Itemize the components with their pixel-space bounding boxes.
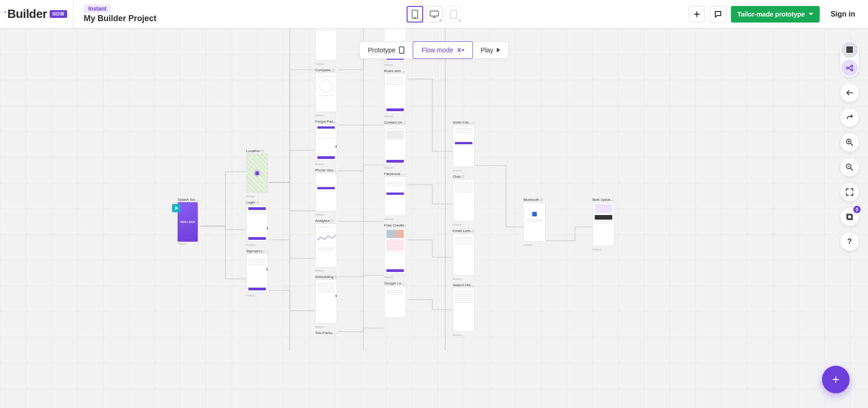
gear-icon[interactable]	[256, 201, 259, 204]
gear-icon[interactable]	[540, 198, 543, 201]
svg-line-16	[848, 66, 851, 68]
plus-icon	[693, 11, 701, 18]
prototype-label: Prototype	[368, 46, 396, 54]
flow-node-invite[interactable]: Invite Frie… Hotspots	[453, 120, 477, 172]
gear-icon[interactable]	[331, 220, 333, 222]
gear-icon[interactable]	[337, 332, 337, 334]
dropdown-indicator-icon	[419, 18, 421, 21]
flow-node-google[interactable]: Google Lo…	[384, 281, 408, 318]
grid-view-button[interactable]	[841, 41, 858, 58]
flow-node-emaillists[interactable]: Email Lists Hotspots	[453, 229, 477, 280]
hotspots-label: Hotspots	[384, 63, 408, 66]
screen-thumb-login[interactable]	[246, 205, 268, 242]
screen-thumb-contact[interactable]	[384, 125, 406, 164]
gear-icon[interactable]	[403, 121, 406, 124]
device-tablet-button[interactable]	[445, 6, 462, 23]
flow-node-bulkupload[interactable]: Bulk Uploa… Hotspots	[592, 197, 616, 251]
screen-thumb-emaillists[interactable]	[453, 233, 475, 276]
flow-node-login[interactable]: Login Hotspots	[246, 200, 270, 246]
view-mode-prototype[interactable]: Prototype	[360, 42, 414, 58]
screen-thumb-invite[interactable]	[453, 125, 475, 167]
screen-thumb-bulkupload[interactable]	[592, 202, 615, 246]
undo-button[interactable]	[840, 108, 859, 127]
back-button[interactable]	[840, 84, 859, 102]
screen-thumb-analytics[interactable]	[315, 223, 337, 267]
svg-rect-8	[400, 47, 404, 53]
hotspots-label: Hotspots	[453, 223, 477, 226]
flow-view-button[interactable]	[841, 60, 858, 76]
gear-icon[interactable]	[261, 150, 264, 153]
flow-node-twofactor[interactable]: Two-Facto…	[315, 331, 339, 335]
screen-thumb-splash[interactable]: SMALL SHOP	[178, 202, 198, 242]
hotspots-label: Hotspots	[315, 213, 339, 216]
gear-icon[interactable]	[332, 69, 334, 72]
flow-node-signup[interactable]: Signup/Lo… Hotspots	[246, 249, 270, 297]
flow-node-partial-top[interactable]: Hotspots	[315, 28, 339, 65]
screen-thumb-compass[interactable]	[315, 73, 337, 112]
help-button[interactable]: ?	[840, 232, 859, 251]
screen-thumb-google[interactable]	[384, 286, 406, 318]
screen-thumb-facebook[interactable]	[384, 176, 406, 216]
screen-title: Facebook …	[384, 172, 405, 176]
gear-icon[interactable]	[267, 250, 268, 253]
zoom-out-button[interactable]	[840, 158, 859, 176]
tailor-made-prototype-button[interactable]: Tailor-made prototype	[731, 6, 820, 23]
screen-thumb-bluetooth[interactable]	[523, 202, 546, 242]
flow-node-analytics[interactable]: Analytics Hotspots	[315, 219, 339, 272]
screen-thumb-roles[interactable]	[384, 74, 406, 113]
gear-icon[interactable]	[473, 121, 475, 124]
gear-icon[interactable]	[405, 224, 406, 227]
mobile-icon	[412, 10, 418, 19]
screen-thumb-freecredits[interactable]	[384, 228, 406, 274]
device-mobile-button[interactable]	[407, 6, 423, 23]
play-start-icon[interactable]	[172, 204, 180, 212]
screen-thumb-phone[interactable]	[315, 173, 337, 211]
flow-node-scheduling[interactable]: Scheduling Hotspots	[315, 275, 339, 328]
screen-thumb-location[interactable]	[246, 153, 268, 193]
screen-title: Forgot Pas…	[315, 119, 337, 124]
fit-screen-button[interactable]	[840, 183, 859, 201]
logo-area[interactable]: Builder NOW	[0, 0, 74, 28]
screen-title: Invite Frie…	[453, 120, 472, 125]
gear-icon[interactable]	[406, 173, 406, 176]
add-button[interactable]	[689, 6, 705, 23]
flow-node-contact[interactable]: Contact Us Hotspots	[384, 120, 408, 169]
device-desktop-button[interactable]	[426, 6, 443, 23]
project-title[interactable]: My Builder Project	[84, 14, 156, 23]
screen-thumb-signup[interactable]	[246, 254, 268, 292]
svg-line-17	[848, 68, 851, 70]
flow-node-roles[interactable]: Roles and … Hotspots	[384, 69, 408, 118]
screen-thumb[interactable]	[315, 28, 337, 61]
screen-thumb-scheduling[interactable]	[315, 279, 337, 323]
flow-node-searchhist[interactable]: Search His… Hotspots	[453, 283, 477, 336]
add-screen-fab[interactable]	[822, 366, 850, 393]
flow-node-freecredits[interactable]: Free Credits Hotspots	[384, 223, 408, 278]
flow-node-phone[interactable]: Phone Veri… Hotspots	[315, 168, 339, 216]
flow-node-compass[interactable]: Compass Hotspots	[315, 68, 339, 117]
arrow-left-icon	[845, 90, 854, 96]
flow-node-location[interactable]: Location Hotspots	[246, 149, 270, 198]
sign-in-link[interactable]: Sign in	[831, 10, 855, 18]
view-mode-play[interactable]: Play	[472, 42, 508, 58]
logo-now-badge: NOW	[50, 10, 67, 18]
gear-icon[interactable]	[461, 176, 464, 178]
flow-node-splash[interactable]: Splash Scr… SMALL SHOP Hotspots	[178, 197, 201, 245]
screens-count-button[interactable]: 0	[840, 208, 859, 226]
flow-node-bluetooth[interactable]: Bluetooth Hotspots	[523, 197, 547, 246]
gear-icon[interactable]	[406, 282, 406, 285]
screen-thumb-searchhist[interactable]	[453, 288, 475, 332]
flow-canvas[interactable]: Prototype Flow mode Play	[0, 28, 868, 408]
svg-rect-11	[847, 50, 849, 52]
gear-icon[interactable]	[334, 276, 337, 278]
gear-icon[interactable]	[471, 230, 474, 232]
screen-title: Phone Veri…	[315, 168, 337, 172]
flow-node-forgot[interactable]: Forgot Pas… Hotspots	[315, 119, 339, 165]
screen-thumb-forgot[interactable]	[315, 124, 337, 161]
zoom-in-button[interactable]	[840, 133, 859, 152]
flow-node-chat[interactable]: Chat Hotspots	[453, 175, 477, 226]
screen-thumb-chat[interactable]	[453, 179, 475, 221]
dropdown-indicator-icon	[439, 19, 441, 21]
view-mode-flow[interactable]: Flow mode	[413, 41, 473, 59]
flow-node-facebook[interactable]: Facebook … Hotspots	[384, 172, 408, 221]
comments-button[interactable]	[710, 6, 726, 23]
